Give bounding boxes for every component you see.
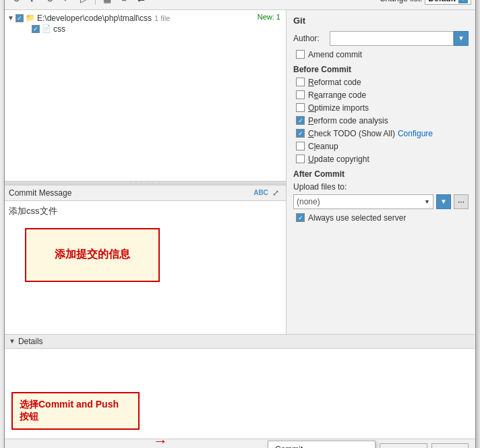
update-copyright-label: Update copyright xyxy=(308,155,369,164)
before-commit-title: Before Commit xyxy=(293,65,469,74)
amend-commit-checkbox[interactable] xyxy=(296,50,305,59)
upload-select-arrow-icon: ▼ xyxy=(424,198,430,205)
author-dropdown-button[interactable]: ▼ xyxy=(454,31,469,46)
update-copyright-checkbox[interactable] xyxy=(296,155,305,163)
update-copyright-row: Update copyright xyxy=(293,155,469,164)
change-list-label: Change list: xyxy=(380,0,422,3)
upload-select-value: (none) xyxy=(297,197,424,206)
cleanup-label: Cleanup xyxy=(308,142,338,151)
folder-icon: 📁 xyxy=(26,13,35,22)
change-list-value: Default xyxy=(428,0,456,3)
spell-check-icon[interactable]: ABC xyxy=(255,187,267,199)
upload-more-button[interactable]: ··· xyxy=(454,194,469,209)
optimize-imports-label: Optimize imports xyxy=(308,103,369,113)
dropdown-item-commit[interactable]: Commit xyxy=(268,441,375,449)
annotation-box: 添加提交的信息 xyxy=(25,228,160,282)
commit-annotation-arrow-icon: → xyxy=(153,432,168,449)
perform-analysis-label: Perform code analysis xyxy=(308,116,388,125)
git-label: Git xyxy=(293,16,469,26)
commit-dropdown-menu: Commit Commit and Push... Create Patch..… xyxy=(268,441,376,449)
optimize-imports-row: Optimize imports xyxy=(293,103,469,113)
reformat-code-row: Reformat code xyxy=(293,78,469,87)
file-tree: ▼ ✓ 📁 E:\developer\code\php\tmall\css 1 … xyxy=(5,10,286,181)
details-header[interactable]: ▼ Details xyxy=(5,335,475,349)
commit-message-body[interactable]: 添加css文件 ↑ 添加提交的信息 xyxy=(5,201,286,334)
tree-root-path: E:\developer\code\php\tmall\css xyxy=(37,13,152,23)
change-list-section: Change list: Default ▼ xyxy=(380,0,471,5)
author-row: Author: ▼ xyxy=(293,31,469,46)
tree-root-item[interactable]: ▼ ✓ 📁 E:\developer\code\php\tmall\css 1 … xyxy=(7,13,283,24)
change-list-arrow-icon: ▼ xyxy=(458,0,468,3)
annotation-text: 添加提交的信息 xyxy=(55,248,130,262)
commit-annotation-text: 选择Commit and Push按钮 xyxy=(20,399,119,422)
upload-row: (none) ▼ ▼ ··· xyxy=(293,194,469,209)
check-todo-label: Check TODO (Show All) xyxy=(308,129,395,138)
spell-icon-label: ABC xyxy=(253,189,268,196)
change-list-dropdown[interactable]: Default ▼ xyxy=(425,0,471,5)
cleanup-checkbox[interactable] xyxy=(296,142,305,150)
cleanup-row: Cleanup xyxy=(293,142,469,151)
tree-child-container: ✓ 📄 css xyxy=(24,24,283,34)
commit-message-title: Commit Message xyxy=(9,188,252,198)
configure-link[interactable]: Configure xyxy=(398,129,433,138)
amend-commit-label: Amend commit xyxy=(308,50,362,59)
perform-analysis-checkbox[interactable]: ✓ xyxy=(296,116,305,125)
check-todo-row: ✓ Check TODO (Show All) Configure xyxy=(293,129,469,138)
always-use-server-checkbox[interactable]: ✓ xyxy=(296,213,305,222)
right-panel: Git Author: ▼ Amend commit Before Commit… xyxy=(287,10,475,334)
tree-child-item[interactable]: ✓ 📄 css xyxy=(24,24,283,34)
commit-message-header: Commit Message ABC ⤢ xyxy=(5,186,286,201)
expand-icon[interactable]: ⤢ xyxy=(270,187,282,199)
author-label: Author: xyxy=(293,34,326,43)
separator-1 xyxy=(95,0,96,5)
toolbar-btn-6[interactable]: ▦ xyxy=(100,0,115,6)
toolbar-btn-3[interactable]: ↺ xyxy=(42,0,57,6)
tree-root-count: 1 file xyxy=(154,14,170,22)
help-button[interactable]: Help xyxy=(431,443,469,448)
reformat-code-label: Reformat code xyxy=(308,78,361,87)
left-panel: ▼ ✓ 📁 E:\developer\code\php\tmall\css 1 … xyxy=(5,10,287,334)
reformat-code-checkbox[interactable] xyxy=(296,78,305,86)
commit-annotation-box: 选择Commit and Push按钮 xyxy=(11,392,140,430)
toolbar: ↻ ⤢ ↺ ↩ ▷ ▦ ≡ ⇄ Change list: Default ▼ xyxy=(5,0,475,10)
rearrange-code-label: Rearrange code xyxy=(308,90,366,100)
tree-root-checkbox[interactable]: ✓ xyxy=(16,14,24,22)
always-use-server-row: ✓ Always use selected server xyxy=(293,213,469,223)
toolbar-btn-8[interactable]: ⇄ xyxy=(133,0,148,6)
after-commit-title: After Commit xyxy=(293,169,469,179)
new-badge: New: 1 xyxy=(258,13,280,21)
details-arrow-icon: ▼ xyxy=(9,337,16,345)
action-bar: 选择Commit and Push按钮 → Commit Commit and … xyxy=(5,439,475,449)
rearrange-code-row: Rearrange code xyxy=(293,90,469,100)
toolbar-btn-2[interactable]: ⤢ xyxy=(26,0,40,6)
rearrange-code-checkbox[interactable] xyxy=(296,90,305,99)
cancel-button[interactable]: Cancel xyxy=(380,443,427,448)
toolbar-btn-7[interactable]: ≡ xyxy=(117,0,131,6)
upload-select-dropdown-button[interactable]: ▼ xyxy=(436,194,451,209)
toolbar-btn-5[interactable]: ▷ xyxy=(76,0,91,6)
optimize-imports-checkbox[interactable] xyxy=(296,103,305,112)
main-window: C Commit Changes ─ □ ✕ ↻ ⤢ ↺ ↩ ▷ ▦ ≡ ⇄ C… xyxy=(4,0,476,448)
toolbar-btn-1[interactable]: ↻ xyxy=(9,0,24,6)
tree-child-name: css xyxy=(53,24,65,34)
check-todo-checkbox[interactable]: ✓ xyxy=(296,129,305,138)
main-content: ▼ ✓ 📁 E:\developer\code\php\tmall\css 1 … xyxy=(5,10,475,334)
toolbar-btn-4[interactable]: ↩ xyxy=(59,0,74,6)
tree-child-checkbox[interactable]: ✓ xyxy=(32,25,40,33)
perform-analysis-row: ✓ Perform code analysis xyxy=(293,116,469,125)
file-icon: 📄 xyxy=(42,24,51,33)
tree-expand-icon: ▼ xyxy=(7,14,16,22)
upload-label: Upload files to: xyxy=(293,182,469,192)
amend-commit-row: Amend commit xyxy=(293,50,469,59)
details-label: Details xyxy=(18,337,43,346)
author-input[interactable] xyxy=(330,31,454,46)
upload-select[interactable]: (none) ▼ xyxy=(293,194,433,209)
always-use-server-label: Always use selected server xyxy=(308,213,406,223)
commit-message-text[interactable]: 添加css文件 xyxy=(9,205,282,217)
commit-message-area: Commit Message ABC ⤢ 添加css文件 ↑ 添加提交的信息 xyxy=(5,186,286,334)
